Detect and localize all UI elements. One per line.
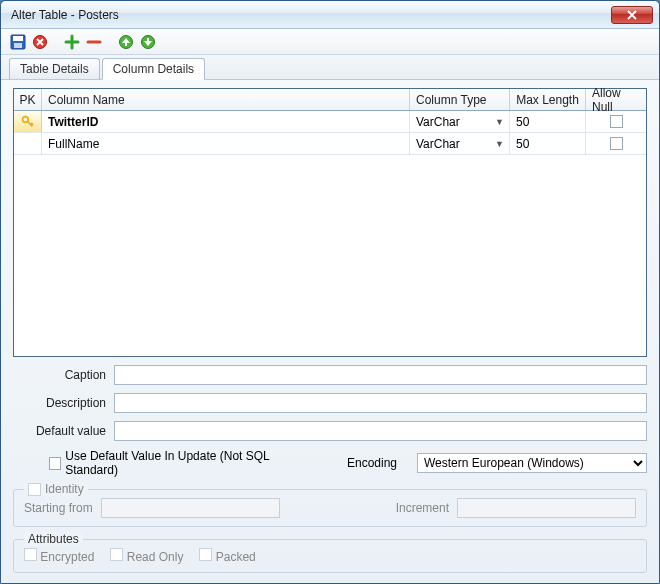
header-pk[interactable]: PK <box>14 89 42 110</box>
toolbar <box>1 29 659 55</box>
header-column-type[interactable]: Column Type <box>410 89 510 110</box>
cancel-icon <box>32 34 48 50</box>
readonly-checkbox[interactable]: Read Only <box>110 548 183 564</box>
table-row[interactable]: TwitterID VarChar ▼ 50 <box>14 111 646 133</box>
svg-rect-2 <box>14 43 22 48</box>
arrow-up-icon <box>118 34 134 50</box>
grid-header: PK Column Name Column Type Max Length Al… <box>14 89 646 111</box>
type-value: VarChar <box>416 115 460 129</box>
allownull-cell[interactable] <box>586 133 646 154</box>
header-max-length[interactable]: Max Length <box>510 89 586 110</box>
packed-checkbox[interactable]: Packed <box>199 548 255 564</box>
increment-input <box>457 498 636 518</box>
identity-fieldset: Identity Starting from Increment <box>13 489 647 527</box>
encoding-select[interactable]: Western European (Windows) <box>417 453 647 473</box>
move-down-button[interactable] <box>139 33 157 51</box>
maxlength-cell[interactable]: 50 <box>510 111 586 132</box>
checkbox-icon <box>28 483 41 496</box>
description-input[interactable] <box>114 393 647 413</box>
caption-label: Caption <box>13 368 108 382</box>
arrow-down-icon <box>140 34 156 50</box>
allownull-cell[interactable] <box>586 111 646 132</box>
increment-label: Increment <box>396 501 449 515</box>
save-icon <box>10 34 26 50</box>
caption-row: Caption <box>13 365 647 385</box>
default-row: Default value <box>13 421 647 441</box>
plus-icon <box>64 34 80 50</box>
content-area: PK Column Name Column Type Max Length Al… <box>1 80 659 583</box>
use-default-checkbox[interactable]: Use Default Value In Update (Not SQL Sta… <box>49 449 307 477</box>
checkbox-icon <box>610 137 623 150</box>
header-allow-null[interactable]: Allow Null <box>586 89 646 110</box>
starting-from-input <box>101 498 280 518</box>
app-window: Alter Table - Posters Table Details Colu… <box>0 0 660 584</box>
maxlength-cell[interactable]: 50 <box>510 133 586 154</box>
use-default-label: Use Default Value In Update (Not SQL Sta… <box>65 449 307 477</box>
encoding-label: Encoding <box>347 456 397 470</box>
name-cell[interactable]: TwitterID <box>42 111 410 132</box>
column-grid: PK Column Name Column Type Max Length Al… <box>13 88 647 357</box>
caption-input[interactable] <box>114 365 647 385</box>
svg-rect-1 <box>13 36 23 41</box>
type-cell[interactable]: VarChar ▼ <box>410 111 510 132</box>
checkbox-icon <box>199 548 212 561</box>
grid-body: TwitterID VarChar ▼ 50 FullName VarChar … <box>14 111 646 356</box>
chevron-down-icon: ▼ <box>492 139 507 149</box>
chevron-down-icon: ▼ <box>492 117 507 127</box>
description-row: Description <box>13 393 647 413</box>
key-icon <box>21 115 35 129</box>
checkbox-icon <box>24 548 37 561</box>
tab-table-details[interactable]: Table Details <box>9 58 100 79</box>
type-value: VarChar <box>416 137 460 151</box>
name-cell[interactable]: FullName <box>42 133 410 154</box>
minus-icon <box>86 34 102 50</box>
titlebar: Alter Table - Posters <box>1 1 659 29</box>
header-column-name[interactable]: Column Name <box>42 89 410 110</box>
checkbox-icon <box>610 115 623 128</box>
window-title: Alter Table - Posters <box>11 8 611 22</box>
save-button[interactable] <box>9 33 27 51</box>
attributes-fieldset: Attributes Encrypted Read Only Packed <box>13 539 647 573</box>
use-default-row: Use Default Value In Update (Not SQL Sta… <box>13 449 647 477</box>
table-row[interactable]: FullName VarChar ▼ 50 <box>14 133 646 155</box>
pk-cell[interactable] <box>14 111 42 132</box>
tab-strip: Table Details Column Details <box>1 55 659 80</box>
move-up-button[interactable] <box>117 33 135 51</box>
cancel-button[interactable] <box>31 33 49 51</box>
encrypted-checkbox[interactable]: Encrypted <box>24 548 94 564</box>
checkbox-icon <box>49 457 61 470</box>
close-button[interactable] <box>611 6 653 24</box>
pk-cell[interactable] <box>14 133 42 154</box>
close-icon <box>627 10 637 20</box>
default-input[interactable] <box>114 421 647 441</box>
remove-button[interactable] <box>85 33 103 51</box>
starting-from-label: Starting from <box>24 501 93 515</box>
checkbox-icon <box>110 548 123 561</box>
default-label: Default value <box>13 424 108 438</box>
add-button[interactable] <box>63 33 81 51</box>
type-cell[interactable]: VarChar ▼ <box>410 133 510 154</box>
tab-column-details[interactable]: Column Details <box>102 58 205 80</box>
attributes-legend: Attributes <box>24 532 83 546</box>
identity-legend[interactable]: Identity <box>24 482 88 496</box>
description-label: Description <box>13 396 108 410</box>
